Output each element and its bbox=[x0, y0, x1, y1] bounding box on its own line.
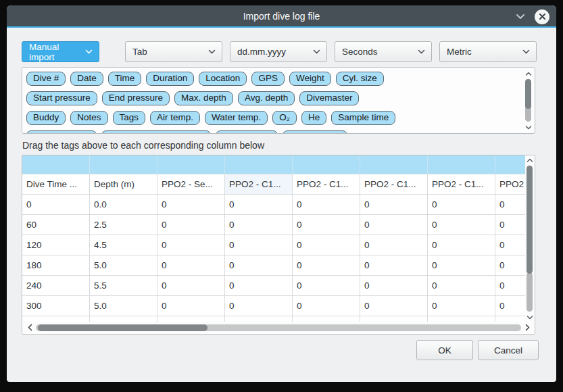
tag-avg-depth[interactable]: Avg. depth bbox=[238, 91, 295, 105]
date-format-select[interactable]: dd.mm.yyyy bbox=[230, 41, 327, 62]
titlebar[interactable]: Import dive log file bbox=[7, 5, 556, 28]
tag-divemaster[interactable]: Divemaster bbox=[299, 91, 359, 105]
chevron-down-icon bbox=[516, 14, 525, 20]
table-viewport: Dive Time ...Depth (m)PPO2 - Se...PPO2 -… bbox=[22, 155, 525, 322]
column-header[interactable]: PPO2 bbox=[495, 174, 525, 195]
tag-partial[interactable] bbox=[101, 130, 211, 134]
column-header[interactable]: PPO2 - C1... bbox=[360, 174, 428, 195]
scrollbar-track[interactable] bbox=[36, 324, 521, 331]
scrollbar-thumb[interactable] bbox=[527, 166, 533, 274]
scroll-down-icon[interactable] bbox=[525, 313, 534, 321]
units-select[interactable]: Metric bbox=[439, 41, 537, 62]
scroll-up-icon[interactable] bbox=[524, 70, 533, 78]
drop-target-cell[interactable] bbox=[495, 155, 525, 174]
screen: Import dive log file Manual import bbox=[0, 0, 563, 392]
tag-pool-scrollbar[interactable] bbox=[524, 70, 533, 131]
tag-max-depth[interactable]: Max. depth bbox=[174, 91, 233, 105]
cell: 0 bbox=[225, 296, 293, 316]
column-header[interactable]: PPO2 - C1... bbox=[293, 174, 360, 195]
ok-button[interactable]: OK bbox=[416, 340, 473, 360]
drop-target-cell[interactable] bbox=[225, 155, 293, 174]
scrollbar-track[interactable] bbox=[527, 272, 533, 312]
table-vertical-scrollbar[interactable] bbox=[525, 156, 534, 321]
field-separator-select[interactable]: Tab bbox=[125, 41, 222, 62]
close-icon bbox=[539, 13, 546, 20]
drop-target-cell[interactable] bbox=[293, 155, 360, 174]
cell: 0 bbox=[360, 296, 428, 316]
cell: 120 bbox=[22, 235, 90, 255]
cell: 0 bbox=[225, 215, 293, 235]
cell: 240 bbox=[22, 276, 90, 296]
cell: 4.5 bbox=[90, 235, 157, 255]
chevron-down-icon bbox=[85, 49, 93, 54]
drop-target-cell[interactable] bbox=[157, 155, 225, 174]
chevron-down-icon bbox=[522, 49, 530, 54]
header-row: Dive Time ...Depth (m)PPO2 - Se...PPO2 -… bbox=[22, 174, 525, 195]
tag-buddy[interactable]: Buddy bbox=[26, 111, 66, 125]
scroll-right-icon[interactable] bbox=[523, 323, 531, 333]
table-row: 1805.0000000 bbox=[22, 255, 525, 276]
cell bbox=[360, 316, 428, 322]
import-options-row: Manual import Tab dd.mm.yyyy Seconds bbox=[22, 41, 556, 62]
cell: 0 bbox=[22, 195, 90, 215]
scroll-left-icon[interactable] bbox=[26, 323, 34, 333]
cell: 0 bbox=[157, 276, 225, 296]
cell: 0 bbox=[225, 235, 293, 255]
table-grid: Dive Time ...Depth (m)PPO2 - Se...PPO2 -… bbox=[22, 155, 525, 322]
tag-start-pressure[interactable]: Start pressure bbox=[26, 91, 97, 105]
import-mode-select[interactable]: Manual import bbox=[22, 41, 99, 62]
tag-date[interactable]: Date bbox=[70, 72, 103, 86]
close-button[interactable] bbox=[535, 9, 549, 24]
scroll-up-icon[interactable] bbox=[525, 156, 534, 164]
cell: 0 bbox=[293, 195, 360, 215]
cell bbox=[90, 316, 157, 322]
tag-weight[interactable]: Weight bbox=[289, 72, 331, 86]
cell: 0 bbox=[360, 276, 428, 296]
column-header[interactable]: Dive Time ... bbox=[22, 174, 90, 195]
tag-tags[interactable]: Tags bbox=[113, 111, 146, 125]
tag-notes[interactable]: Notes bbox=[70, 111, 107, 125]
scroll-down-icon[interactable] bbox=[524, 123, 533, 131]
tag-sample-time[interactable]: Sample time bbox=[331, 111, 395, 125]
tag-duration[interactable]: Duration bbox=[146, 72, 194, 86]
tag-partial[interactable] bbox=[216, 130, 278, 134]
tag-location[interactable]: Location bbox=[199, 72, 247, 86]
drop-target-cell[interactable] bbox=[90, 155, 157, 174]
tag-row: Start pressureEnd pressureMax. depthAvg.… bbox=[26, 91, 521, 107]
cell: 300 bbox=[22, 296, 90, 316]
duration-format-select[interactable]: Seconds bbox=[335, 41, 432, 62]
import-mode-value: Manual import bbox=[29, 42, 80, 62]
drop-target-cell[interactable] bbox=[428, 155, 495, 174]
cancel-button[interactable]: Cancel bbox=[478, 340, 539, 360]
scrollbar-thumb[interactable] bbox=[38, 324, 207, 331]
cell: 0 bbox=[495, 235, 525, 255]
tag-water-temp[interactable]: Water temp. bbox=[205, 111, 268, 125]
tag-end-pressure[interactable]: End pressure bbox=[102, 91, 170, 105]
cell: 5.0 bbox=[90, 296, 157, 316]
shade-button[interactable] bbox=[514, 11, 527, 23]
tag-partial[interactable] bbox=[283, 130, 347, 134]
tag-dive[interactable]: Dive # bbox=[26, 72, 66, 86]
tag-o[interactable]: O₂ bbox=[272, 111, 297, 125]
drop-target-cell[interactable] bbox=[22, 155, 90, 174]
scrollbar-thumb[interactable] bbox=[525, 79, 531, 109]
tag-partial[interactable] bbox=[26, 130, 97, 134]
column-header[interactable]: Depth (m) bbox=[90, 174, 157, 195]
cell bbox=[495, 316, 525, 322]
cell: 0 bbox=[360, 215, 428, 235]
column-header[interactable]: PPO2 - C1... bbox=[225, 174, 293, 195]
table-horizontal-scrollbar[interactable] bbox=[23, 322, 534, 333]
table-row: 2405.5000000 bbox=[22, 276, 525, 296]
tag-air-temp[interactable]: Air temp. bbox=[150, 111, 200, 125]
cell: 5.5 bbox=[90, 276, 157, 296]
tag-gps[interactable]: GPS bbox=[251, 72, 285, 86]
tag-cyl-size[interactable]: Cyl. size bbox=[336, 72, 384, 86]
tag-rows-container: Dive #DateTimeDurationLocationGPSWeightC… bbox=[26, 72, 521, 134]
tag-he[interactable]: He bbox=[301, 111, 326, 125]
drop-target-cell[interactable] bbox=[360, 155, 428, 174]
column-header[interactable]: PPO2 - C1... bbox=[428, 174, 495, 195]
cell: 0 bbox=[157, 235, 225, 255]
column-header[interactable]: PPO2 - Se... bbox=[157, 174, 225, 195]
cell bbox=[293, 316, 360, 322]
tag-time[interactable]: Time bbox=[108, 72, 142, 86]
